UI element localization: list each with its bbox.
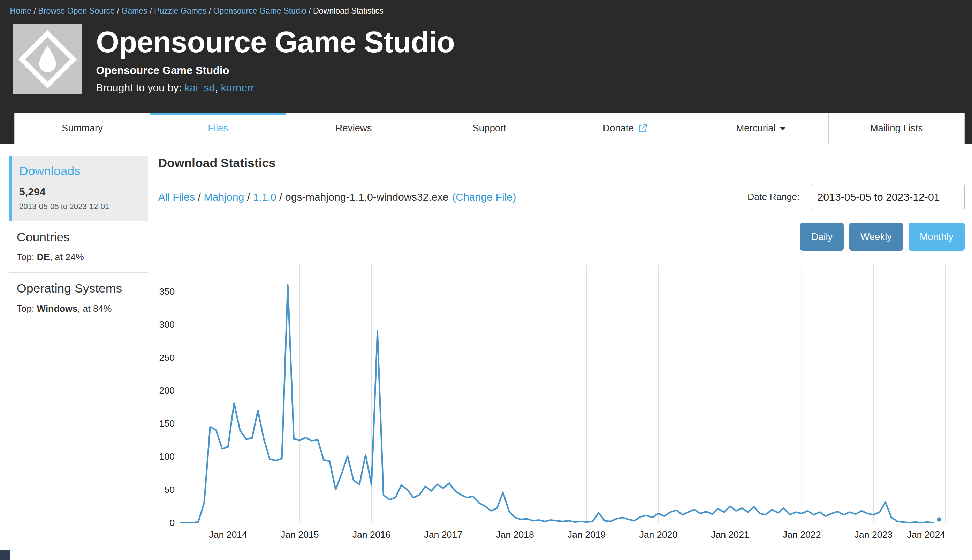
file-name: ogs-mahjong-1.1.0-windows32.exe [285,191,449,203]
brought-by-label: Brought to you by: [96,82,182,93]
monthly-button[interactable]: Monthly [908,223,964,251]
svg-text:100: 100 [159,451,175,462]
downloads-date-range: 2013-05-05 to 2023-12-01 [19,202,141,211]
project-text: Opensource Game Studio Opensource Game S… [96,24,455,94]
top-suffix: , at 84% [78,303,112,314]
tab-label: Mercurial [736,123,775,134]
page-title: Download Statistics [158,156,964,170]
downloads-line-chart: Jan 2014Jan 2015Jan 2016Jan 2017Jan 2018… [158,260,952,545]
content-area: Downloads 5,294 2013-05-05 to 2023-12-01… [0,144,972,558]
tab-summary[interactable]: Summary [14,113,150,144]
page: Home / Browse Open Source / Games / Puzz… [0,0,972,560]
tab-label: Files [208,123,228,134]
project-tabs: Summary Files Reviews Support Donate Mer… [14,113,965,144]
svg-text:Jan 2019: Jan 2019 [567,529,606,540]
breadcrumb-link-project[interactable]: Opensource Game Studio [213,6,306,15]
date-range-control: Date Range: [748,184,965,210]
svg-text:Jan 2021: Jan 2021 [711,529,749,540]
file-path-row: All Files / Mahjong / 1.1.0 / ogs-mahjon… [158,184,964,210]
breadcrumb-current: Download Statistics [313,6,383,15]
project-title: Opensource Game Studio [96,25,455,59]
svg-text:250: 250 [159,352,175,363]
external-link-icon [638,123,647,133]
sidebar-item-operating-systems[interactable]: Operating Systems Top: Windows, at 84% [9,273,148,324]
breadcrumb-link-puzzle-games[interactable]: Puzzle Games [154,6,206,15]
top-os: Windows [37,303,78,314]
weekly-button[interactable]: Weekly [849,223,903,251]
droplet-diamond-icon [13,24,83,94]
breadcrumb-link-games[interactable]: Games [121,6,147,15]
footer-corner-chip [0,550,10,560]
breadcrumb-separator: / [32,6,38,15]
project-header: Opensource Game Studio Opensource Game S… [0,20,972,94]
downloads-count: 5,294 [19,186,141,198]
path-separator: / [195,191,204,203]
maintainer-link-kai-sd[interactable]: kai_sd [184,82,215,93]
svg-text:0: 0 [170,518,175,528]
tab-donate[interactable]: Donate [557,113,693,144]
file-path: All Files / Mahjong / 1.1.0 / ogs-mahjon… [158,191,516,203]
svg-text:Jan 2015: Jan 2015 [281,529,319,540]
breadcrumb-separator: / [306,6,313,15]
daily-button[interactable]: Daily [800,223,844,251]
sidebar-item-countries[interactable]: Countries Top: DE, at 24% [9,222,148,273]
site-header: Home / Browse Open Source / Games / Puzz… [0,0,972,144]
svg-text:Jan 2018: Jan 2018 [496,529,534,540]
top-prefix: Top: [17,252,37,262]
tab-label: Donate [603,123,634,134]
tab-reviews[interactable]: Reviews [286,113,422,144]
svg-text:350: 350 [159,286,175,297]
tab-label: Mailing Lists [870,123,923,134]
date-range-input[interactable] [811,184,965,210]
tab-mailing-lists[interactable]: Mailing Lists [829,113,964,144]
svg-text:Jan 2016: Jan 2016 [353,529,391,540]
svg-text:Jan 2017: Jan 2017 [424,529,463,540]
project-logo [13,24,83,94]
maintainer-separator: , [215,82,221,93]
sidebar-item-downloads[interactable]: Downloads 5,294 2013-05-05 to 2023-12-01 [9,156,148,222]
svg-text:Jan 2020: Jan 2020 [639,529,678,540]
path-separator: / [276,191,285,203]
tab-label: Summary [62,123,103,134]
downloads-chart-container: Jan 2014Jan 2015Jan 2016Jan 2017Jan 2018… [158,260,964,547]
breadcrumb: Home / Browse Open Source / Games / Puzz… [0,0,972,20]
maintainer-link-kornerr[interactable]: kornerr [221,82,254,93]
top-prefix: Top: [17,303,37,314]
svg-text:50: 50 [164,485,175,495]
file-path-mahjong-link[interactable]: Mahjong [204,191,244,203]
project-maintainers: Brought to you by: kai_sd, kornerr [96,82,455,94]
change-file-link[interactable]: (Change File) [452,191,516,203]
file-path-version-link[interactable]: 1.1.0 [253,191,276,203]
breadcrumb-link-home[interactable]: Home [10,6,32,15]
svg-text:Jan 2014: Jan 2014 [209,529,248,540]
tab-mercurial[interactable]: Mercurial [693,113,829,144]
sidebar-os-title[interactable]: Operating Systems [17,282,141,296]
svg-text:Jan 2022: Jan 2022 [783,529,821,540]
svg-text:200: 200 [159,385,175,396]
svg-text:Jan 2023: Jan 2023 [855,529,893,540]
tab-files[interactable]: Files [150,113,286,144]
os-top-stat: Top: Windows, at 84% [17,303,141,314]
top-country: DE [37,252,50,262]
path-separator: / [244,191,253,203]
tab-support[interactable]: Support [422,113,557,144]
tab-label: Support [472,123,506,134]
svg-text:150: 150 [159,418,175,429]
sidebar-countries-title[interactable]: Countries [17,230,141,245]
breadcrumb-separator: / [115,6,121,15]
breadcrumb-link-browse[interactable]: Browse Open Source [38,6,115,15]
granularity-buttons: Daily Weekly Monthly [158,223,964,251]
svg-text:Jan 2024: Jan 2024 [907,529,945,540]
project-subtitle: Opensource Game Studio [96,65,455,77]
countries-top-stat: Top: DE, at 24% [17,252,141,263]
file-path-all-files-link[interactable]: All Files [158,191,195,203]
sidebar-downloads-title[interactable]: Downloads [19,164,141,178]
breadcrumb-separator: / [147,6,154,15]
top-suffix: , at 24% [50,252,84,262]
date-range-label: Date Range: [748,192,800,202]
stats-sidebar: Downloads 5,294 2013-05-05 to 2023-12-01… [0,144,148,558]
stats-main: Download Statistics All Files / Mahjong … [148,144,972,558]
breadcrumb-separator: / [206,6,213,15]
svg-text:300: 300 [159,319,175,330]
caret-down-icon [780,127,785,130]
